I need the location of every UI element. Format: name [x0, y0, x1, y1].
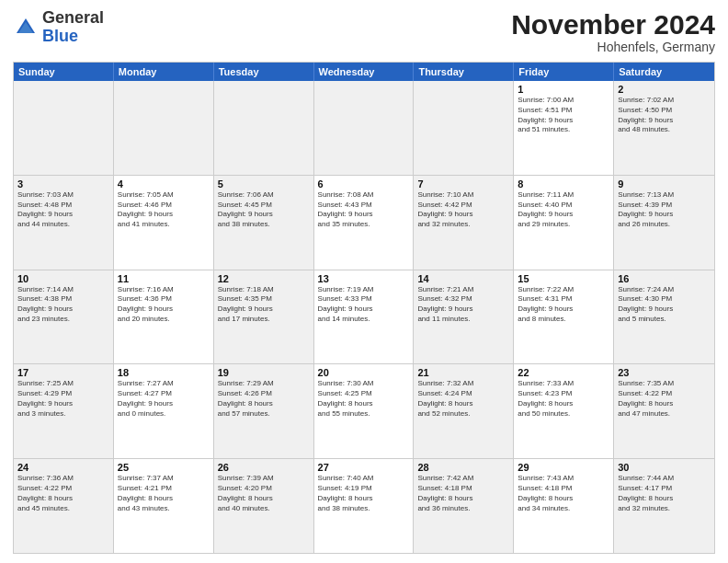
calendar-row: 10Sunrise: 7:14 AM Sunset: 4:38 PM Dayli…	[14, 270, 714, 364]
calendar-cell: 15Sunrise: 7:22 AM Sunset: 4:31 PM Dayli…	[514, 270, 614, 364]
calendar-cell: 30Sunrise: 7:44 AM Sunset: 4:17 PM Dayli…	[614, 459, 714, 553]
day-number: 26	[218, 462, 310, 473]
calendar-cell: 11Sunrise: 7:16 AM Sunset: 4:36 PM Dayli…	[114, 270, 214, 364]
calendar-cell	[114, 81, 214, 175]
weekday-header: Thursday	[414, 63, 514, 81]
day-number: 6	[318, 178, 410, 190]
calendar-cell: 3Sunrise: 7:03 AM Sunset: 4:48 PM Daylig…	[14, 176, 114, 270]
day-number: 7	[417, 178, 509, 190]
logo-icon	[13, 15, 39, 40]
calendar-body: 1Sunrise: 7:00 AM Sunset: 4:51 PM Daylig…	[14, 81, 714, 553]
day-info: Sunrise: 7:29 AM Sunset: 4:26 PM Dayligh…	[218, 379, 310, 419]
day-info: Sunrise: 7:42 AM Sunset: 4:18 PM Dayligh…	[417, 474, 509, 513]
day-info: Sunrise: 7:19 AM Sunset: 4:33 PM Dayligh…	[318, 285, 410, 325]
logo-general: General	[42, 8, 104, 27]
day-number: 3	[17, 178, 109, 190]
calendar-row: 3Sunrise: 7:03 AM Sunset: 4:48 PM Daylig…	[14, 175, 714, 270]
calendar-cell: 26Sunrise: 7:39 AM Sunset: 4:20 PM Dayli…	[214, 459, 314, 553]
day-number: 11	[118, 273, 210, 284]
day-number: 1	[518, 84, 609, 95]
calendar-cell: 23Sunrise: 7:35 AM Sunset: 4:22 PM Dayli…	[614, 364, 714, 458]
title-block: November 2024 Hohenfels, Germany	[511, 9, 715, 54]
calendar-cell: 4Sunrise: 7:05 AM Sunset: 4:46 PM Daylig…	[114, 176, 214, 270]
day-number: 4	[118, 178, 210, 190]
day-info: Sunrise: 7:44 AM Sunset: 4:17 PM Dayligh…	[618, 474, 711, 513]
day-number: 19	[218, 367, 310, 378]
weekday-header: Sunday	[14, 63, 114, 81]
day-number: 2	[618, 84, 711, 95]
calendar-cell	[414, 81, 514, 175]
day-number: 21	[417, 367, 509, 378]
day-info: Sunrise: 7:02 AM Sunset: 4:50 PM Dayligh…	[618, 96, 711, 135]
calendar-header: SundayMondayTuesdayWednesdayThursdayFrid…	[14, 63, 714, 81]
calendar-cell: 17Sunrise: 7:25 AM Sunset: 4:29 PM Dayli…	[14, 364, 114, 458]
calendar-cell: 12Sunrise: 7:18 AM Sunset: 4:35 PM Dayli…	[214, 270, 314, 364]
day-info: Sunrise: 7:10 AM Sunset: 4:42 PM Dayligh…	[417, 190, 509, 230]
day-info: Sunrise: 7:21 AM Sunset: 4:32 PM Dayligh…	[417, 285, 509, 325]
day-number: 23	[618, 367, 711, 378]
page-header: General Blue November 2024 Hohenfels, Ge…	[13, 9, 715, 54]
calendar-cell	[14, 81, 114, 175]
weekday-header: Tuesday	[214, 63, 314, 81]
calendar-cell	[314, 81, 415, 175]
day-info: Sunrise: 7:08 AM Sunset: 4:43 PM Dayligh…	[318, 190, 410, 230]
day-number: 13	[318, 273, 410, 284]
calendar-cell: 2Sunrise: 7:02 AM Sunset: 4:50 PM Daylig…	[614, 81, 714, 175]
day-info: Sunrise: 7:33 AM Sunset: 4:23 PM Dayligh…	[518, 379, 609, 419]
day-info: Sunrise: 7:24 AM Sunset: 4:30 PM Dayligh…	[618, 285, 711, 325]
day-info: Sunrise: 7:36 AM Sunset: 4:22 PM Dayligh…	[17, 474, 109, 513]
calendar-cell: 10Sunrise: 7:14 AM Sunset: 4:38 PM Dayli…	[14, 270, 114, 364]
day-info: Sunrise: 7:14 AM Sunset: 4:38 PM Dayligh…	[17, 285, 109, 325]
day-number: 27	[318, 462, 410, 473]
day-number: 17	[17, 367, 109, 378]
day-info: Sunrise: 7:16 AM Sunset: 4:36 PM Dayligh…	[118, 285, 210, 325]
day-number: 9	[618, 178, 711, 190]
calendar-cell: 25Sunrise: 7:37 AM Sunset: 4:21 PM Dayli…	[114, 459, 214, 553]
day-info: Sunrise: 7:22 AM Sunset: 4:31 PM Dayligh…	[518, 285, 609, 325]
day-info: Sunrise: 7:35 AM Sunset: 4:22 PM Dayligh…	[618, 379, 711, 419]
calendar-cell: 27Sunrise: 7:40 AM Sunset: 4:19 PM Dayli…	[314, 459, 415, 553]
calendar-cell: 19Sunrise: 7:29 AM Sunset: 4:26 PM Dayli…	[214, 364, 314, 458]
day-info: Sunrise: 7:43 AM Sunset: 4:18 PM Dayligh…	[518, 474, 609, 513]
weekday-header: Saturday	[614, 63, 714, 81]
day-number: 8	[518, 178, 609, 190]
day-number: 29	[518, 462, 609, 473]
day-info: Sunrise: 7:03 AM Sunset: 4:48 PM Dayligh…	[17, 190, 109, 230]
day-info: Sunrise: 7:25 AM Sunset: 4:29 PM Dayligh…	[17, 379, 109, 419]
day-info: Sunrise: 7:18 AM Sunset: 4:35 PM Dayligh…	[218, 285, 310, 325]
day-number: 10	[17, 273, 109, 284]
calendar-cell: 8Sunrise: 7:11 AM Sunset: 4:40 PM Daylig…	[514, 176, 614, 270]
calendar-cell: 16Sunrise: 7:24 AM Sunset: 4:30 PM Dayli…	[614, 270, 714, 364]
weekday-header: Monday	[114, 63, 214, 81]
day-number: 15	[518, 273, 609, 284]
weekday-header: Wednesday	[314, 63, 415, 81]
calendar-cell: 20Sunrise: 7:30 AM Sunset: 4:25 PM Dayli…	[314, 364, 415, 458]
calendar-cell: 7Sunrise: 7:10 AM Sunset: 4:42 PM Daylig…	[414, 176, 514, 270]
logo: General Blue	[13, 9, 104, 46]
location: Hohenfels, Germany	[511, 40, 715, 54]
calendar-cell: 6Sunrise: 7:08 AM Sunset: 4:43 PM Daylig…	[314, 176, 415, 270]
calendar-cell: 1Sunrise: 7:00 AM Sunset: 4:51 PM Daylig…	[514, 81, 614, 175]
day-number: 22	[518, 367, 609, 378]
calendar-cell: 28Sunrise: 7:42 AM Sunset: 4:18 PM Dayli…	[414, 459, 514, 553]
calendar-cell: 21Sunrise: 7:32 AM Sunset: 4:24 PM Dayli…	[414, 364, 514, 458]
calendar-cell: 5Sunrise: 7:06 AM Sunset: 4:45 PM Daylig…	[214, 176, 314, 270]
day-number: 16	[618, 273, 711, 284]
page: General Blue November 2024 Hohenfels, Ge…	[0, 0, 728, 563]
day-info: Sunrise: 7:06 AM Sunset: 4:45 PM Dayligh…	[218, 190, 310, 230]
day-info: Sunrise: 7:11 AM Sunset: 4:40 PM Dayligh…	[518, 190, 609, 230]
calendar-cell: 29Sunrise: 7:43 AM Sunset: 4:18 PM Dayli…	[514, 459, 614, 553]
month-title: November 2024	[511, 9, 715, 40]
calendar-cell	[214, 81, 314, 175]
calendar-row: 24Sunrise: 7:36 AM Sunset: 4:22 PM Dayli…	[14, 458, 714, 553]
day-number: 14	[417, 273, 509, 284]
day-number: 24	[17, 462, 109, 473]
calendar-cell: 13Sunrise: 7:19 AM Sunset: 4:33 PM Dayli…	[314, 270, 415, 364]
day-info: Sunrise: 7:32 AM Sunset: 4:24 PM Dayligh…	[417, 379, 509, 419]
day-number: 20	[318, 367, 410, 378]
day-info: Sunrise: 7:37 AM Sunset: 4:21 PM Dayligh…	[118, 474, 210, 513]
logo-text: General Blue	[42, 9, 104, 46]
day-number: 12	[218, 273, 310, 284]
day-info: Sunrise: 7:30 AM Sunset: 4:25 PM Dayligh…	[318, 379, 410, 419]
day-info: Sunrise: 7:39 AM Sunset: 4:20 PM Dayligh…	[218, 474, 310, 513]
